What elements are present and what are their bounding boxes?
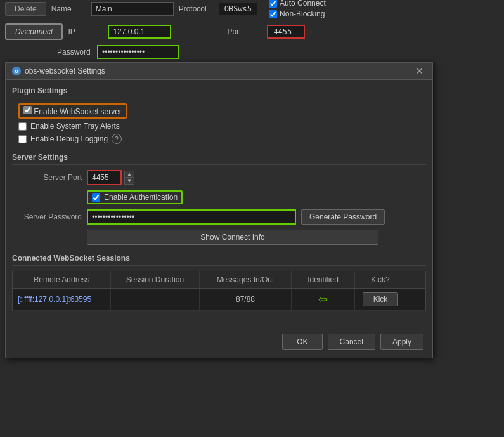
cell-messages: 87/88: [200, 289, 292, 310]
enable-websocket-row: Enable WebSocket server: [18, 103, 127, 119]
dialog-titlebar: o obs-websocket Settings ✕: [6, 63, 432, 80]
non-blocking-checkbox[interactable]: [269, 10, 277, 18]
server-password-input[interactable]: [87, 209, 296, 225]
apply-button[interactable]: Apply: [380, 334, 423, 350]
col-remote-address: Remote Address: [13, 271, 111, 288]
obs-websocket-dialog: o obs-websocket Settings ✕ Plugin Settin…: [5, 62, 433, 358]
generate-password-button[interactable]: Generate Password: [301, 209, 385, 225]
plugin-settings-content: Enable WebSocket server Enable System Tr…: [12, 103, 426, 144]
cell-remote-address: [::ffff:127.0.0.1]:63595: [13, 289, 111, 310]
server-port-input[interactable]: [87, 170, 122, 185]
ok-button[interactable]: OK: [282, 334, 322, 350]
system-tray-row: Enable System Tray Alerts: [18, 122, 426, 131]
server-settings-content: Server Port ▲ ▼ Enable Authentication S: [12, 170, 426, 245]
name-label: Name: [51, 4, 86, 13]
cell-identified: ⇦: [292, 289, 355, 310]
debug-logging-checkbox[interactable]: [18, 135, 27, 143]
protocol-value: OBSws5: [219, 3, 257, 15]
server-password-label: Server Password: [18, 212, 82, 221]
show-connect-button[interactable]: Show Connect Info: [87, 230, 378, 245]
enable-websocket-label: Enable WebSocket server: [34, 107, 122, 116]
disconnect-button[interactable]: Disconnect: [5, 23, 63, 40]
dialog-title: obs-websocket Settings: [25, 67, 105, 75]
plugin-settings-section: Plugin Settings Enable WebSocket server …: [12, 86, 426, 144]
cancel-button[interactable]: Cancel: [328, 334, 375, 350]
port-label: Port: [227, 27, 262, 36]
server-settings-header: Server Settings: [12, 153, 426, 165]
password-input[interactable]: [97, 45, 179, 59]
top-bar: Delete Name Protocol OBSws5 Auto Connect…: [0, 0, 504, 60]
port-spinner: ▲ ▼: [124, 171, 134, 185]
auto-connect-label: Auto Connect: [280, 0, 326, 8]
enable-auth-row: Enable Authentication: [18, 190, 426, 204]
ip-label: IP: [68, 27, 103, 36]
col-messages: Messages In/Out: [200, 271, 292, 288]
enable-auth-label: Enable Authentication: [104, 193, 178, 202]
sessions-table: Remote Address Session Duration Messages…: [12, 271, 426, 311]
delete-button[interactable]: Delete: [5, 2, 46, 16]
top-left-controls: Delete Name Protocol OBSws5 Auto Connect…: [5, 0, 326, 62]
col-session-duration: Session Duration: [111, 271, 200, 288]
kick-button[interactable]: Kick: [363, 292, 399, 306]
system-tray-label: Enable System Tray Alerts: [30, 122, 120, 131]
password-label: Password: [57, 48, 92, 56]
plugin-settings-header: Plugin Settings: [12, 86, 426, 98]
sessions-header: Connected WebSocket Sessions: [12, 254, 426, 266]
col-kick: Kick?: [355, 271, 406, 288]
table-header: Remote Address Session Duration Messages…: [13, 271, 425, 289]
port-down-button[interactable]: ▼: [124, 178, 134, 185]
protocol-label: Protocol: [179, 4, 214, 13]
server-port-label: Server Port: [18, 173, 82, 182]
cell-session-duration: [111, 289, 200, 310]
sessions-section: Connected WebSocket Sessions Remote Addr…: [12, 254, 426, 311]
debug-logging-label: Enable Debug Logging: [30, 134, 108, 143]
top-checkboxes: Auto Connect Non-Blocking: [269, 0, 326, 18]
table-row: [::ffff:127.0.0.1]:63595 87/88 ⇦ Kick: [13, 289, 425, 311]
debug-logging-row: Enable Debug Logging ?: [18, 134, 426, 144]
auto-connect-checkbox[interactable]: [269, 0, 277, 8]
server-settings-section: Server Settings Server Port ▲ ▼ Enable A…: [12, 153, 426, 245]
system-tray-checkbox[interactable]: [18, 122, 27, 131]
server-port-row: Server Port ▲ ▼: [18, 170, 426, 185]
show-connect-row: Show Connect Info: [18, 230, 426, 245]
non-blocking-label: Non-Blocking: [280, 10, 325, 18]
dialog-body: Plugin Settings Enable WebSocket server …: [6, 80, 432, 327]
dialog-title-left: o obs-websocket Settings: [12, 67, 105, 75]
cell-kick: Kick: [355, 289, 406, 310]
dialog-icon: o: [12, 67, 21, 75]
enable-auth-checkbox-row: Enable Authentication: [87, 190, 183, 204]
enable-auth-checkbox[interactable]: [92, 193, 100, 202]
col-identified: Identified: [292, 271, 355, 288]
port-up-button[interactable]: ▲: [124, 171, 134, 178]
server-password-row: Server Password Generate Password: [18, 209, 426, 225]
identified-icon: ⇦: [318, 292, 328, 306]
port-input[interactable]: [267, 25, 305, 39]
dialog-close-button[interactable]: ✕: [413, 66, 426, 76]
name-input[interactable]: [91, 2, 174, 16]
ip-input[interactable]: [108, 25, 171, 39]
dialog-footer: OK Cancel Apply: [6, 327, 432, 358]
enable-websocket-checkbox[interactable]: [23, 106, 32, 114]
help-icon[interactable]: ?: [112, 134, 122, 144]
